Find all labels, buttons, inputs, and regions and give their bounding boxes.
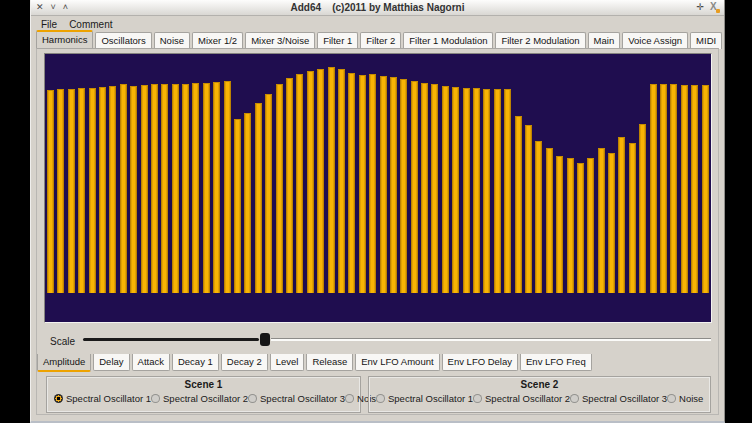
radio-scene-1-spectral-oscillator-3[interactable]: Spectral Oscillator 3 (248, 393, 345, 404)
harmonic-bar-31[interactable] (359, 75, 366, 293)
env-tab-decay-2[interactable]: Decay 2 (221, 354, 268, 371)
harmonic-bar-2[interactable] (57, 89, 64, 293)
slider-groove-filled[interactable] (83, 338, 259, 341)
radio-dot[interactable] (345, 394, 354, 403)
harmonic-bar-61[interactable] (670, 84, 677, 293)
title-bar[interactable]: ✕ ˅ ˄ Add64 (c)2011 by Matthias Nagorni … (31, 0, 724, 16)
harmonic-bar-34[interactable] (390, 77, 397, 293)
harmonic-bar-59[interactable] (650, 84, 657, 293)
harmonic-bar-13[interactable] (172, 84, 179, 293)
menu-item-file[interactable]: File (35, 18, 63, 31)
tab-main[interactable]: Main (588, 32, 621, 49)
harmonic-bar-16[interactable] (203, 83, 210, 293)
harmonic-bar-24[interactable] (286, 78, 293, 293)
tab-voice-assign[interactable]: Voice Assign (622, 32, 688, 49)
harmonic-bar-38[interactable] (431, 84, 438, 293)
harmonic-bar-35[interactable] (400, 79, 407, 293)
radio-dot[interactable] (248, 394, 257, 403)
tab-filter-2[interactable]: Filter 2 (360, 32, 401, 49)
harmonic-bar-52[interactable] (577, 163, 584, 293)
app-icon[interactable]: X (709, 2, 720, 13)
harmonic-bar-25[interactable] (296, 74, 303, 293)
harmonic-bar-36[interactable] (411, 81, 418, 293)
harmonic-bar-26[interactable] (307, 71, 314, 293)
radio-dot[interactable] (376, 394, 385, 403)
env-tab-amplitude[interactable]: Amplitude (37, 354, 91, 372)
env-tab-decay-1[interactable]: Decay 1 (172, 354, 219, 371)
env-tab-env-lfo-freq[interactable]: Env LFO Freq (520, 354, 592, 371)
env-tab-delay[interactable]: Delay (93, 354, 129, 371)
tab-filter-2-modulation[interactable]: Filter 2 Modulation (495, 32, 585, 49)
radio-scene-1-spectral-oscillator-1[interactable]: Spectral Oscillator 1 (54, 393, 151, 404)
radio-scene-2-noise[interactable]: Noise (667, 393, 703, 404)
harmonic-bar-54[interactable] (598, 148, 605, 293)
harmonic-bar-8[interactable] (120, 84, 127, 293)
harmonic-bar-51[interactable] (567, 158, 574, 293)
tab-mixer-1-2[interactable]: Mixer 1/2 (192, 32, 243, 49)
env-tab-env-lfo-amount[interactable]: Env LFO Amount (355, 354, 439, 371)
tab-harmonics[interactable]: Harmonics (36, 30, 93, 49)
shade-icon[interactable]: ˅ (51, 1, 56, 14)
harmonics-bar-display[interactable] (44, 53, 712, 323)
harmonic-bar-45[interactable] (504, 89, 511, 293)
radio-dot[interactable] (570, 394, 579, 403)
harmonic-bar-47[interactable] (525, 125, 532, 293)
scale-slider[interactable] (83, 332, 711, 347)
harmonic-bar-44[interactable] (494, 89, 501, 293)
harmonic-bar-23[interactable] (276, 84, 283, 293)
radio-scene-2-spectral-oscillator-2[interactable]: Spectral Oscillator 2 (473, 393, 570, 404)
slider-handle[interactable] (260, 333, 270, 346)
harmonic-bar-19[interactable] (234, 119, 241, 293)
harmonic-bar-15[interactable] (192, 83, 199, 293)
tab-filter-1-modulation[interactable]: Filter 1 Modulation (403, 32, 493, 49)
harmonic-bar-39[interactable] (442, 86, 449, 293)
radio-dot[interactable] (473, 394, 482, 403)
close-icon[interactable]: ✕ (36, 1, 44, 14)
harmonic-bar-3[interactable] (68, 89, 75, 293)
env-tab-level[interactable]: Level (270, 354, 305, 371)
harmonic-bar-63[interactable] (691, 85, 698, 293)
tab-filter-1[interactable]: Filter 1 (317, 32, 358, 49)
harmonic-bar-64[interactable] (702, 85, 709, 293)
harmonic-bar-4[interactable] (78, 88, 85, 293)
harmonic-bar-11[interactable] (151, 84, 158, 293)
radio-dot[interactable] (667, 394, 676, 403)
harmonic-bar-14[interactable] (182, 84, 189, 293)
harmonic-bar-56[interactable] (618, 137, 625, 293)
harmonic-bar-53[interactable] (587, 158, 594, 293)
tab-midi[interactable]: MIDI (690, 32, 722, 49)
harmonic-bar-1[interactable] (47, 90, 54, 293)
radio-scene-1-spectral-oscillator-2[interactable]: Spectral Oscillator 2 (151, 393, 248, 404)
radio-dot[interactable] (54, 394, 63, 403)
tab-noise[interactable]: Noise (154, 32, 190, 49)
harmonic-bar-9[interactable] (130, 86, 137, 293)
harmonic-bar-43[interactable] (483, 89, 490, 293)
env-tab-release[interactable]: Release (306, 354, 353, 371)
harmonic-bar-29[interactable] (338, 69, 345, 293)
radio-scene-2-spectral-oscillator-3[interactable]: Spectral Oscillator 3 (570, 393, 667, 404)
harmonic-bar-32[interactable] (369, 74, 376, 293)
harmonic-bar-55[interactable] (608, 153, 615, 293)
harmonic-bar-57[interactable] (629, 143, 636, 293)
harmonic-bar-37[interactable] (421, 83, 428, 293)
harmonic-bar-5[interactable] (89, 88, 96, 293)
pin-icon[interactable]: ✛ (696, 1, 704, 14)
harmonic-bar-41[interactable] (463, 88, 470, 293)
harmonic-bar-21[interactable] (255, 103, 262, 293)
harmonic-bar-12[interactable] (161, 84, 168, 293)
harmonic-bar-40[interactable] (452, 87, 459, 293)
harmonic-bar-46[interactable] (515, 116, 522, 293)
harmonic-bar-50[interactable] (556, 156, 563, 293)
harmonic-bar-6[interactable] (99, 87, 106, 293)
tab-mixer-3-noise[interactable]: Mixer 3/Noise (245, 32, 315, 49)
harmonic-bar-27[interactable] (317, 69, 324, 293)
env-tab-env-lfo-delay[interactable]: Env LFO Delay (442, 354, 518, 371)
harmonic-bar-62[interactable] (681, 85, 688, 293)
harmonic-bar-30[interactable] (348, 73, 355, 293)
harmonic-bar-10[interactable] (141, 85, 148, 293)
harmonic-bar-48[interactable] (535, 141, 542, 293)
harmonic-bar-18[interactable] (224, 81, 231, 293)
harmonic-bar-20[interactable] (244, 113, 251, 293)
harmonic-bar-49[interactable] (546, 148, 553, 293)
harmonic-bar-58[interactable] (639, 124, 646, 293)
